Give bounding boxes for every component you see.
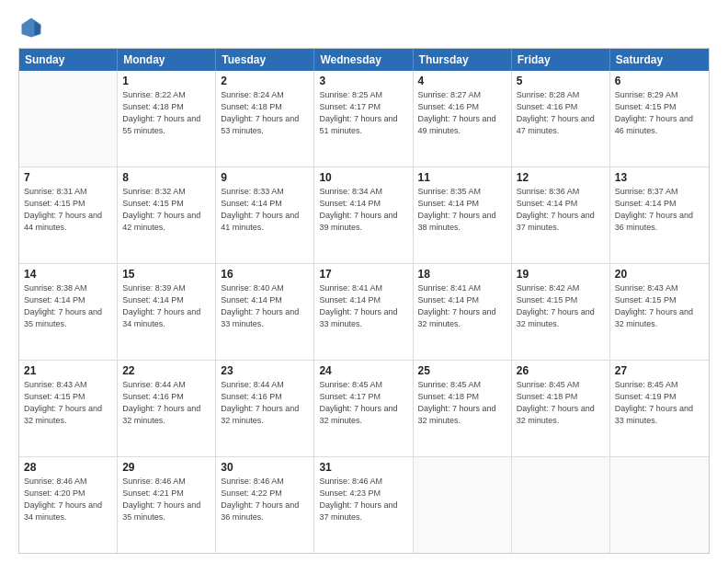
calendar-row-5: 28Sunrise: 8:46 AMSunset: 4:20 PMDayligh… <box>19 457 709 553</box>
day-number: 27 <box>615 364 704 377</box>
day-number: 6 <box>615 75 704 87</box>
day-info: Sunrise: 8:46 AMSunset: 4:23 PMDaylight:… <box>319 476 407 523</box>
day-info: Sunrise: 8:38 AMSunset: 4:14 PMDaylight:… <box>24 282 112 330</box>
day-info: Sunrise: 8:42 AMSunset: 4:15 PMDaylight:… <box>517 282 605 330</box>
day-info: Sunrise: 8:37 AMSunset: 4:14 PMDaylight:… <box>615 186 704 234</box>
day-cell-16: 16Sunrise: 8:40 AMSunset: 4:14 PMDayligh… <box>216 264 314 360</box>
day-number: 19 <box>517 268 605 281</box>
day-cell-11: 11Sunrise: 8:35 AMSunset: 4:14 PMDayligh… <box>414 167 512 263</box>
day-cell-17: 17Sunrise: 8:41 AMSunset: 4:14 PMDayligh… <box>314 264 413 360</box>
day-number: 29 <box>122 461 210 474</box>
day-info: Sunrise: 8:45 AMSunset: 4:18 PMDaylight:… <box>517 379 605 427</box>
weekday-header-friday: Friday <box>512 49 610 71</box>
weekday-header-sunday: Sunday <box>19 49 118 71</box>
day-info: Sunrise: 8:36 AMSunset: 4:14 PMDaylight:… <box>517 186 605 234</box>
day-info: Sunrise: 8:24 AMSunset: 4:18 PMDaylight:… <box>221 89 309 137</box>
day-info: Sunrise: 8:43 AMSunset: 4:15 PMDaylight:… <box>24 379 112 427</box>
calendar: SundayMondayTuesdayWednesdayThursdayFrid… <box>18 48 710 554</box>
day-number: 4 <box>418 75 506 87</box>
day-number: 23 <box>221 364 309 377</box>
day-cell-22: 22Sunrise: 8:44 AMSunset: 4:16 PMDayligh… <box>118 361 216 456</box>
day-number: 10 <box>319 171 407 184</box>
header <box>18 15 710 40</box>
day-number: 16 <box>221 268 309 281</box>
empty-cell <box>610 457 709 553</box>
empty-cell <box>19 71 118 167</box>
day-number: 2 <box>221 75 309 87</box>
day-cell-2: 2Sunrise: 8:24 AMSunset: 4:18 PMDaylight… <box>216 71 314 167</box>
day-info: Sunrise: 8:29 AMSunset: 4:15 PMDaylight:… <box>615 89 704 137</box>
day-cell-7: 7Sunrise: 8:31 AMSunset: 4:15 PMDaylight… <box>19 167 118 263</box>
day-number: 11 <box>418 171 506 184</box>
day-cell-21: 21Sunrise: 8:43 AMSunset: 4:15 PMDayligh… <box>19 361 118 456</box>
day-number: 28 <box>24 461 112 474</box>
day-cell-12: 12Sunrise: 8:36 AMSunset: 4:14 PMDayligh… <box>512 167 610 263</box>
day-cell-24: 24Sunrise: 8:45 AMSunset: 4:17 PMDayligh… <box>314 361 413 456</box>
day-number: 7 <box>24 171 112 184</box>
empty-cell <box>414 457 512 553</box>
day-info: Sunrise: 8:46 AMSunset: 4:20 PMDaylight:… <box>24 476 112 523</box>
day-cell-5: 5Sunrise: 8:28 AMSunset: 4:16 PMDaylight… <box>512 71 610 167</box>
empty-cell <box>512 457 610 553</box>
day-cell-19: 19Sunrise: 8:42 AMSunset: 4:15 PMDayligh… <box>512 264 610 360</box>
calendar-body: 1Sunrise: 8:22 AMSunset: 4:18 PMDaylight… <box>19 71 709 553</box>
day-number: 3 <box>319 75 407 87</box>
day-info: Sunrise: 8:31 AMSunset: 4:15 PMDaylight:… <box>24 186 112 234</box>
day-cell-8: 8Sunrise: 8:32 AMSunset: 4:15 PMDaylight… <box>118 167 216 263</box>
weekday-header-wednesday: Wednesday <box>314 49 413 71</box>
day-info: Sunrise: 8:45 AMSunset: 4:19 PMDaylight:… <box>615 379 704 427</box>
logo <box>18 15 48 40</box>
weekday-header-saturday: Saturday <box>610 49 709 71</box>
day-cell-13: 13Sunrise: 8:37 AMSunset: 4:14 PMDayligh… <box>610 167 709 263</box>
day-number: 24 <box>319 364 407 377</box>
day-info: Sunrise: 8:45 AMSunset: 4:18 PMDaylight:… <box>418 379 506 427</box>
calendar-header: SundayMondayTuesdayWednesdayThursdayFrid… <box>19 49 709 71</box>
day-cell-3: 3Sunrise: 8:25 AMSunset: 4:17 PMDaylight… <box>314 71 413 167</box>
day-cell-20: 20Sunrise: 8:43 AMSunset: 4:15 PMDayligh… <box>610 264 709 360</box>
day-cell-4: 4Sunrise: 8:27 AMSunset: 4:16 PMDaylight… <box>414 71 512 167</box>
day-cell-23: 23Sunrise: 8:44 AMSunset: 4:16 PMDayligh… <box>216 361 314 456</box>
day-info: Sunrise: 8:41 AMSunset: 4:14 PMDaylight:… <box>418 282 506 330</box>
day-info: Sunrise: 8:44 AMSunset: 4:16 PMDaylight:… <box>221 379 309 427</box>
day-number: 15 <box>122 268 210 281</box>
day-info: Sunrise: 8:32 AMSunset: 4:15 PMDaylight:… <box>122 186 210 234</box>
day-cell-30: 30Sunrise: 8:46 AMSunset: 4:22 PMDayligh… <box>216 457 314 553</box>
day-number: 1 <box>122 75 210 87</box>
day-info: Sunrise: 8:45 AMSunset: 4:17 PMDaylight:… <box>319 379 407 427</box>
logo-icon <box>18 15 44 40</box>
day-cell-18: 18Sunrise: 8:41 AMSunset: 4:14 PMDayligh… <box>414 264 512 360</box>
day-info: Sunrise: 8:33 AMSunset: 4:14 PMDaylight:… <box>221 186 309 234</box>
day-info: Sunrise: 8:43 AMSunset: 4:15 PMDaylight:… <box>615 282 704 330</box>
day-info: Sunrise: 8:28 AMSunset: 4:16 PMDaylight:… <box>517 89 605 137</box>
day-number: 20 <box>615 268 704 281</box>
weekday-header-tuesday: Tuesday <box>216 49 314 71</box>
day-info: Sunrise: 8:22 AMSunset: 4:18 PMDaylight:… <box>122 89 210 137</box>
day-cell-9: 9Sunrise: 8:33 AMSunset: 4:14 PMDaylight… <box>216 167 314 263</box>
day-number: 30 <box>221 461 309 474</box>
day-info: Sunrise: 8:27 AMSunset: 4:16 PMDaylight:… <box>418 89 506 137</box>
day-number: 8 <box>122 171 210 184</box>
day-cell-31: 31Sunrise: 8:46 AMSunset: 4:23 PMDayligh… <box>314 457 413 553</box>
day-info: Sunrise: 8:46 AMSunset: 4:22 PMDaylight:… <box>221 476 309 523</box>
calendar-row-1: 1Sunrise: 8:22 AMSunset: 4:18 PMDaylight… <box>19 71 709 167</box>
day-info: Sunrise: 8:44 AMSunset: 4:16 PMDaylight:… <box>122 379 210 427</box>
calendar-page: SundayMondayTuesdayWednesdayThursdayFrid… <box>0 0 728 563</box>
day-number: 14 <box>24 268 112 281</box>
day-number: 22 <box>122 364 210 377</box>
day-cell-27: 27Sunrise: 8:45 AMSunset: 4:19 PMDayligh… <box>610 361 709 456</box>
day-cell-15: 15Sunrise: 8:39 AMSunset: 4:14 PMDayligh… <box>118 264 216 360</box>
day-number: 17 <box>319 268 407 281</box>
day-cell-29: 29Sunrise: 8:46 AMSunset: 4:21 PMDayligh… <box>118 457 216 553</box>
day-number: 13 <box>615 171 704 184</box>
day-cell-6: 6Sunrise: 8:29 AMSunset: 4:15 PMDaylight… <box>610 71 709 167</box>
calendar-row-4: 21Sunrise: 8:43 AMSunset: 4:15 PMDayligh… <box>19 361 709 457</box>
day-info: Sunrise: 8:46 AMSunset: 4:21 PMDaylight:… <box>122 476 210 523</box>
day-cell-28: 28Sunrise: 8:46 AMSunset: 4:20 PMDayligh… <box>19 457 118 553</box>
weekday-header-monday: Monday <box>118 49 216 71</box>
day-number: 5 <box>517 75 605 87</box>
day-info: Sunrise: 8:34 AMSunset: 4:14 PMDaylight:… <box>319 186 407 234</box>
day-number: 9 <box>221 171 309 184</box>
day-info: Sunrise: 8:40 AMSunset: 4:14 PMDaylight:… <box>221 282 309 330</box>
calendar-row-3: 14Sunrise: 8:38 AMSunset: 4:14 PMDayligh… <box>19 264 709 361</box>
day-number: 12 <box>517 171 605 184</box>
